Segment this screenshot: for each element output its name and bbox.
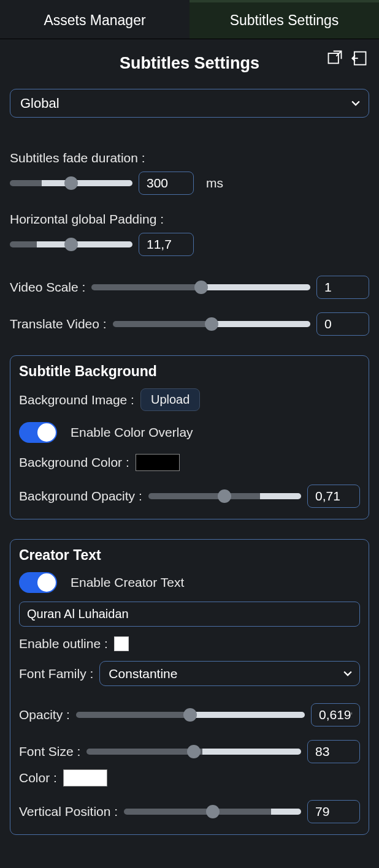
- creator-color-swatch[interactable]: [63, 769, 107, 787]
- tab-assets-manager[interactable]: Assets Manager: [0, 0, 190, 39]
- upload-button[interactable]: Upload: [140, 388, 200, 411]
- font-size-slider[interactable]: [86, 749, 301, 755]
- overlay-label: Enable Color Overlay: [71, 425, 193, 440]
- vscale-slider[interactable]: [91, 284, 310, 290]
- translate-slider[interactable]: [113, 321, 310, 327]
- creator-opacity-slider[interactable]: [76, 712, 305, 718]
- page-title: Subtitles Settings: [120, 54, 259, 73]
- resize-icon[interactable]: [325, 48, 345, 67]
- tab-subtitles-settings[interactable]: Subtitles Settings: [190, 0, 379, 39]
- hpad-slider[interactable]: [10, 241, 132, 247]
- hpad-input[interactable]: [139, 233, 194, 256]
- hpad-label: Horizontal global Padding :: [10, 212, 369, 227]
- creator-opacity-input[interactable]: [311, 703, 360, 726]
- translate-label: Translate Video :: [10, 317, 107, 331]
- vpos-slider[interactable]: [124, 809, 301, 815]
- font-size-label: Font Size :: [19, 744, 80, 759]
- vscale-label: Video Scale :: [10, 280, 85, 295]
- vscale-input[interactable]: [316, 276, 369, 299]
- export-icon[interactable]: [350, 48, 369, 67]
- creator-heading: Creator Text: [19, 547, 360, 564]
- fade-input[interactable]: [139, 172, 194, 195]
- outline-label: Enable outline :: [19, 636, 108, 651]
- bg-color-label: Background Color :: [19, 455, 129, 470]
- overlay-toggle[interactable]: [19, 422, 57, 443]
- bg-opacity-input[interactable]: [307, 485, 360, 508]
- scope-select[interactable]: Global: [10, 89, 369, 118]
- outline-checkbox[interactable]: [114, 636, 129, 651]
- font-size-input[interactable]: [307, 740, 360, 763]
- creator-enable-toggle[interactable]: [19, 572, 57, 593]
- creator-opacity-label: Opacity :: [19, 708, 70, 722]
- vpos-label: Vertical Position :: [19, 804, 118, 819]
- creator-enable-label: Enable Creator Text: [71, 575, 184, 590]
- vpos-input[interactable]: [307, 800, 360, 823]
- creator-color-label: Color :: [19, 771, 57, 785]
- font-family-select[interactable]: Constantine: [99, 661, 360, 686]
- font-family-label: Font Family :: [19, 666, 93, 681]
- translate-input[interactable]: [316, 312, 369, 336]
- creator-text-panel: Creator Text Enable Creator Text Enable …: [10, 539, 369, 835]
- bg-opacity-slider[interactable]: [148, 493, 301, 499]
- bg-heading: Subtitle Background: [19, 363, 360, 380]
- creator-text-input[interactable]: [19, 602, 360, 627]
- bg-image-label: Background Image :: [19, 393, 134, 407]
- fade-unit: ms: [206, 176, 223, 191]
- bg-color-swatch[interactable]: [136, 454, 180, 471]
- subtitle-background-panel: Subtitle Background Background Image : U…: [10, 355, 369, 519]
- fade-slider[interactable]: [10, 180, 132, 186]
- bg-opacity-label: Background Opacity :: [19, 489, 142, 504]
- fade-label: Subtitles fade duration :: [10, 151, 369, 165]
